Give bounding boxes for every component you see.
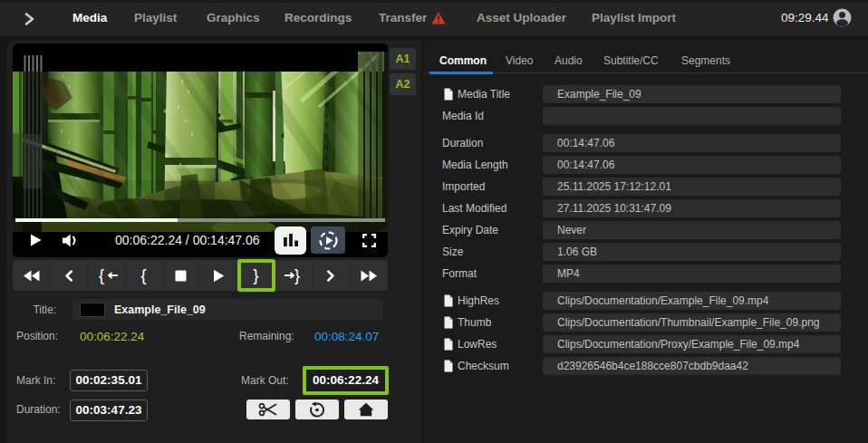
svg-text:}: } — [294, 266, 300, 284]
svg-text:{: { — [99, 266, 104, 284]
